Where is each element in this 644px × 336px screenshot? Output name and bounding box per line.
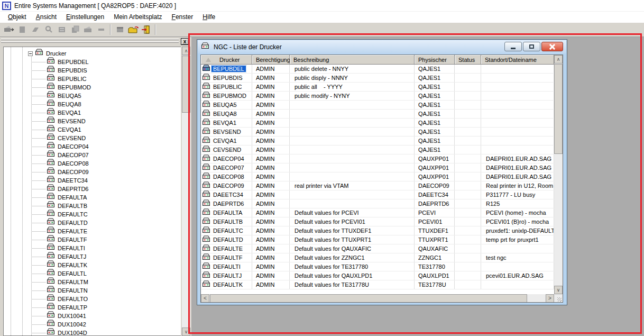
column-header-standort-dateiname[interactable]: Standort/Dateiname xyxy=(481,55,554,65)
tree-item-defaultk[interactable]: DEFAULTK xyxy=(47,261,88,269)
menu-item-ansicht[interactable]: Ansicht xyxy=(31,12,61,22)
close-button[interactable] xyxy=(541,42,563,51)
table-row-defaulte[interactable]: DEFAULTEADMINDefault values for QAUXAFIC… xyxy=(201,244,554,253)
table-row-defaultd[interactable]: DEFAULTDADMINDefault values for TTUXPRT1… xyxy=(201,235,554,244)
tree-item-label[interactable]: DUX10041 xyxy=(57,313,87,319)
cell-drucker[interactable]: DAECOP04 xyxy=(201,155,252,163)
scroll-up-icon[interactable]: ∧ xyxy=(182,47,190,55)
table-row-cevsend[interactable]: CEVSENDADMINQAJES1 xyxy=(201,146,554,155)
table-row-defaultj[interactable]: DEFAULTJADMINDefault values for QAUXLPD1… xyxy=(201,271,554,280)
cell-drucker[interactable]: BEPUBDIS xyxy=(201,74,252,82)
tree-item-label[interactable]: BEUQA8 xyxy=(57,101,82,107)
table-row-bepubdel[interactable]: BEPUBDELADMINpublic delete - NNYYQAJES1 xyxy=(201,65,554,74)
tree-item-defaultd[interactable]: DEFAULTD xyxy=(47,219,89,227)
cell-drucker[interactable]: BEPUBDEL xyxy=(201,65,252,73)
tree-item-label[interactable]: DEFAULTI xyxy=(57,245,86,251)
printer-name[interactable]: DEFAULTI xyxy=(211,264,242,270)
cell-drucker[interactable]: DAECOP07 xyxy=(201,164,252,172)
selected-printer-name[interactable]: BEPUBDEL xyxy=(211,66,246,72)
printer-name[interactable]: CEVSEND xyxy=(211,147,243,153)
panel-close-icon[interactable]: x xyxy=(181,38,189,45)
table-row-bepublic[interactable]: BEPUBLICADMINpublic all - YYYYQAJES1 xyxy=(201,83,554,92)
printer-name[interactable]: BEVQA1 xyxy=(211,120,238,126)
cell-drucker[interactable]: CEVQA1 xyxy=(201,137,252,145)
tree-item-defaulto[interactable]: DEFAULTO xyxy=(47,295,89,303)
cell-drucker[interactable]: DEFAULTC xyxy=(201,226,252,235)
column-header-drucker[interactable]: Drucker xyxy=(201,55,252,65)
tree-scrollbar[interactable]: ∧ ∨ xyxy=(182,47,190,336)
cell-drucker[interactable]: BEUQA5 xyxy=(201,101,252,109)
cell-drucker[interactable]: DEFAULTK xyxy=(201,280,252,289)
cell-drucker[interactable]: DEFAULTJ xyxy=(201,271,252,280)
column-header-status[interactable]: Status xyxy=(455,55,481,65)
tree-item-defaultl[interactable]: DEFAULTL xyxy=(47,269,88,278)
tree-item-label[interactable]: DEFAULTM xyxy=(57,279,89,285)
table-row-defaultb[interactable]: DEFAULTBADMINDefault values for PCEVI01P… xyxy=(201,217,554,226)
table-vscrollbar-thumb[interactable] xyxy=(554,64,563,154)
printer-name[interactable]: DAEETC34 xyxy=(211,192,245,198)
printer-name[interactable]: DEFAULTK xyxy=(211,281,244,288)
sort-ascending-icon[interactable] xyxy=(206,58,211,62)
tree-item-label[interactable]: DEFAULTP xyxy=(57,304,88,311)
column-header-beschreibung[interactable]: Beschreibung xyxy=(290,55,415,65)
scroll-right-icon[interactable]: > xyxy=(546,294,554,303)
printer-name[interactable]: DEFAULTB xyxy=(211,219,244,225)
table-row-bevqa1[interactable]: BEVQA1ADMINQAJES1 xyxy=(201,119,554,128)
tree-item-label[interactable]: DEFAULTJ xyxy=(57,253,87,260)
menu-item-fenster[interactable]: Fenster xyxy=(167,12,198,22)
tree-item-dux1004d[interactable]: DUX1004D xyxy=(47,329,88,336)
tree-item-label[interactable]: DAECOP09 xyxy=(57,169,90,175)
menu-item-objekt[interactable]: Objekt xyxy=(3,12,31,22)
tree-item-daeetc34[interactable]: DAEETC34 xyxy=(47,176,89,185)
table-row-defaultc[interactable]: DEFAULTCADMINDefault values for TTUXDEF1… xyxy=(201,226,554,235)
tree-item-cevsend[interactable]: CEVSEND xyxy=(47,134,87,142)
tree-item-label[interactable]: DEFAULTC xyxy=(57,211,89,217)
printer-name[interactable]: DEFAULTJ xyxy=(211,273,243,279)
tree-item-bepublic[interactable]: BEPUBLIC xyxy=(47,75,87,83)
tree-item-label[interactable]: DUX10042 xyxy=(57,321,87,328)
tree-item-label[interactable]: DEFAULTD xyxy=(57,220,89,226)
minimize-button[interactable] xyxy=(504,42,522,51)
cell-drucker[interactable]: BEVSEND xyxy=(201,128,252,136)
table-hscrollbar-thumb[interactable] xyxy=(210,294,527,303)
table-row-beuqa5[interactable]: BEUQA5ADMINQAJES1 xyxy=(201,101,554,110)
tree-item-beuqa5[interactable]: BEUQA5 xyxy=(47,92,82,100)
tree-item-defaultc[interactable]: DEFAULTC xyxy=(47,210,89,219)
open-folder-icon[interactable] xyxy=(126,23,140,36)
tree-item-defaultf[interactable]: DEFAULTF xyxy=(47,235,88,244)
table-row-daecop07[interactable]: DAECOP07ADMINQAUXPP01DAEPRI01.EUR.AD.SAG xyxy=(201,164,554,172)
printer-name[interactable]: DEFAULTF xyxy=(211,255,244,261)
printer-name[interactable]: DAECOP08 xyxy=(211,174,246,180)
menu-item-mein-arbeitsplatz[interactable]: Mein Arbeitsplatz xyxy=(109,12,167,22)
printer-name[interactable]: DAEPRTD6 xyxy=(211,201,245,207)
cell-drucker[interactable]: CEVSEND xyxy=(201,146,252,154)
tree-item-label[interactable]: DAEPRTD6 xyxy=(57,186,89,192)
cell-drucker[interactable]: BEPUBMOD xyxy=(201,92,252,100)
printer-name[interactable]: BEPUBLIC xyxy=(211,84,243,90)
cell-drucker[interactable]: BEPUBLIC xyxy=(201,83,252,91)
table-row-defaulti[interactable]: DEFAULTIADMINDefault values for TE317780… xyxy=(201,262,554,271)
printer-name[interactable]: BEPUBMOD xyxy=(211,93,248,99)
tree-item-bevqa1[interactable]: BEVQA1 xyxy=(47,108,82,117)
panel-grip[interactable] xyxy=(1,39,179,44)
tree-item-label[interactable]: CEVQA1 xyxy=(57,126,82,133)
tree-item-label[interactable]: DEFAULTF xyxy=(57,237,88,243)
tree-item-label[interactable]: DEFAULTE xyxy=(57,228,88,234)
table-row-bevsend[interactable]: BEVSENDADMINQAJES1 xyxy=(201,128,554,137)
table-row-defaulta[interactable]: DEFAULTAADMINDefault values for PCEVIPCE… xyxy=(201,208,554,217)
table-horizontal-scrollbar[interactable]: < > xyxy=(201,294,554,303)
table-row-daecop04[interactable]: DAECOP04ADMINQAUXPP01DAEPRI01.EUR.AD.SAG xyxy=(201,155,554,164)
tree-item-label[interactable]: DEFAULTA xyxy=(57,194,88,201)
resize-grip-icon[interactable] xyxy=(554,294,563,303)
cell-drucker[interactable]: DEFAULTD xyxy=(201,235,252,244)
tree-item-defaultb[interactable]: DEFAULTB xyxy=(47,202,88,210)
tree-item-bevsend[interactable]: BEVSEND xyxy=(47,117,87,125)
tree-item-label[interactable]: BEUQA5 xyxy=(57,93,82,99)
table-row-daecop08[interactable]: DAECOP08ADMINQAUXPP01DAEPRI01.EUR.AD.SAG xyxy=(201,172,554,181)
tree-item-label[interactable]: DAECOP08 xyxy=(57,160,90,167)
scroll-left-icon[interactable]: < xyxy=(201,294,209,303)
tree-item-daecop07[interactable]: DAECOP07 xyxy=(47,151,90,159)
tree-item-bepubmod[interactable]: BEPUBMOD xyxy=(47,83,92,92)
printer-name[interactable]: DAECOP09 xyxy=(211,183,246,189)
cell-drucker[interactable]: DAEETC34 xyxy=(201,190,252,199)
